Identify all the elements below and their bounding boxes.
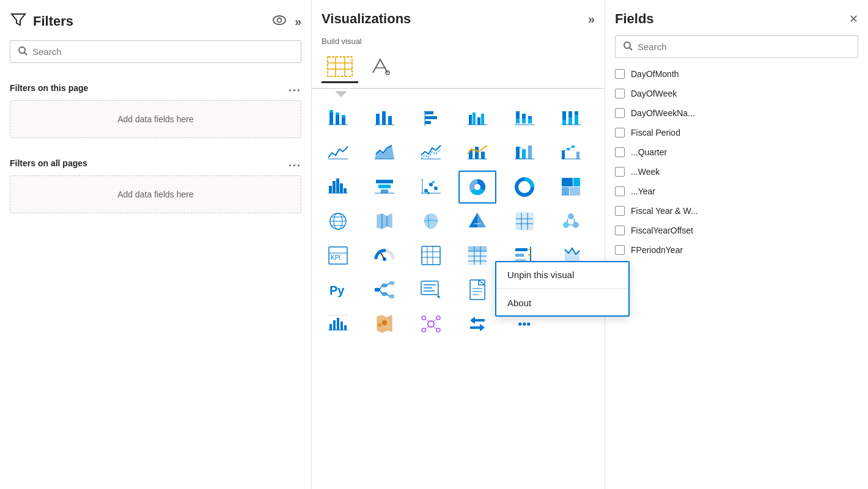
field-item[interactable]: ...Week [605, 162, 868, 182]
search-icon [18, 46, 28, 57]
viz-icon-donut[interactable] [506, 171, 543, 204]
viz-icon-horizontal-bar[interactable] [412, 102, 450, 135]
field-checkbox[interactable] [615, 206, 625, 216]
field-checkbox[interactable] [615, 226, 625, 235]
svg-rect-12 [329, 110, 333, 112]
viz-icon-waterfall[interactable] [552, 136, 590, 169]
viz-icon-map[interactable] [319, 205, 357, 238]
filters-search-box[interactable] [10, 40, 301, 63]
viz-icon-pie-chart[interactable] [458, 171, 496, 204]
field-item[interactable]: FiscalYearOffset [605, 221, 868, 240]
fields-search-box[interactable] [615, 35, 858, 58]
filters-header-icons: » [273, 15, 301, 29]
viz-icon-placeholder-row4-5[interactable] [506, 205, 543, 238]
field-item[interactable]: Fiscal Year & W... [605, 201, 868, 221]
field-checkbox[interactable] [615, 128, 625, 138]
filters-on-all-pages-add-label: Add data fields here [117, 189, 194, 199]
field-item[interactable]: DayOfWeek [605, 84, 868, 103]
svg-rect-126 [375, 288, 380, 292]
viz-icon-double-arrow[interactable] [458, 307, 496, 340]
viz-icon-azure-map[interactable] [458, 205, 496, 238]
field-name-label: DayOfWeekNa... [631, 108, 695, 118]
filter-icon [10, 11, 27, 32]
svg-rect-39 [562, 120, 566, 125]
filters-on-page-menu[interactable]: ... [289, 81, 301, 94]
viz-icon-matrix[interactable] [412, 239, 450, 272]
viz-icon-funnel[interactable] [366, 171, 403, 204]
viz-icon-azure-map-2[interactable] [366, 307, 403, 340]
viz-icon-scatter[interactable] [412, 171, 450, 204]
field-checkbox[interactable] [615, 186, 625, 196]
expand-icon[interactable]: » [295, 15, 301, 29]
viz-icon-line-area[interactable] [412, 136, 450, 169]
svg-rect-64 [329, 186, 332, 193]
viz-icon-bar-sparkline[interactable] [319, 307, 357, 340]
field-item[interactable]: Fiscal Period [605, 123, 868, 142]
viz-icon-combo-chart[interactable] [458, 136, 496, 169]
field-name-label: DayOfWeek [631, 89, 677, 98]
field-name-label: ...Week [631, 167, 660, 177]
viz-icon-gauge[interactable] [366, 239, 403, 272]
field-checkbox[interactable] [615, 167, 625, 177]
filters-search-input[interactable] [32, 46, 293, 57]
field-name-label: ...Quarter [631, 147, 667, 157]
svg-line-133 [387, 283, 389, 285]
field-item[interactable]: DayOfMonth [605, 64, 868, 84]
viz-icon-100-stacked-bar[interactable] [552, 102, 590, 135]
field-checkbox[interactable] [615, 245, 625, 255]
viz-icon-ribbon-chart[interactable] [506, 136, 543, 169]
viz-icon-network[interactable] [412, 307, 450, 340]
viz-header: Visualizations » [312, 0, 605, 33]
filters-on-all-pages-menu[interactable]: ... [289, 156, 301, 169]
viz-icon-python[interactable]: Py [319, 273, 357, 306]
svg-rect-119 [515, 254, 524, 257]
svg-point-158 [436, 328, 440, 332]
svg-point-153 [378, 323, 381, 327]
svg-rect-36 [528, 119, 532, 123]
filters-on-all-pages-dropzone[interactable]: Add data fields here [10, 175, 301, 213]
filters-title: Filters [33, 13, 267, 29]
viz-expand-icon[interactable]: » [588, 12, 595, 26]
context-menu-about[interactable]: About [496, 290, 628, 315]
fields-close-icon[interactable]: ✕ [849, 12, 858, 26]
field-item[interactable]: DayOfWeekNa... [605, 103, 868, 123]
tab-format-visual[interactable] [363, 52, 397, 83]
viz-icon-table[interactable] [458, 239, 496, 272]
field-item[interactable]: FPeriodnYear [605, 240, 868, 260]
svg-rect-127 [382, 284, 387, 287]
viz-icon-filled-map[interactable] [366, 205, 403, 238]
field-item[interactable]: ...Year [605, 182, 868, 201]
viz-icon-shape-map[interactable] [412, 205, 450, 238]
svg-point-76 [434, 186, 438, 190]
context-menu-divider [496, 289, 628, 289]
viz-icon-stacked-bar[interactable] [319, 102, 357, 135]
context-menu-unpin[interactable]: Unpin this visual [496, 262, 628, 287]
viz-icon-area-chart[interactable] [366, 136, 403, 169]
svg-rect-16 [342, 115, 345, 117]
field-checkbox[interactable] [615, 147, 625, 157]
svg-point-154 [428, 321, 434, 327]
filters-on-all-pages-label: Filters on all pages [10, 158, 87, 168]
tab-build-visual[interactable] [322, 52, 358, 83]
viz-icon-paginated-report[interactable] [458, 273, 496, 306]
viz-icon-kpi[interactable]: KPI [319, 239, 357, 272]
fields-search-input[interactable] [638, 42, 850, 52]
viz-icon-bar-chart[interactable] [366, 102, 403, 135]
viz-icon-smart-narrative[interactable] [412, 273, 450, 306]
viz-icon-placeholder-row4-6[interactable] [552, 205, 590, 238]
field-checkbox[interactable] [615, 69, 625, 79]
field-checkbox[interactable] [615, 89, 625, 98]
viz-icon-decomp-tree[interactable] [366, 273, 403, 306]
viz-icon-column-chart-2[interactable] [458, 102, 496, 135]
field-item[interactable]: ...Quarter [605, 142, 868, 162]
viz-icon-treemap[interactable] [552, 171, 590, 204]
filters-on-page-dropzone[interactable]: Add data fields here [10, 100, 301, 138]
svg-line-131 [380, 285, 382, 290]
eye-icon[interactable] [273, 15, 286, 28]
viz-icon-histogram[interactable] [319, 171, 357, 204]
svg-rect-130 [389, 295, 394, 298]
field-checkbox[interactable] [615, 108, 625, 118]
svg-rect-118 [515, 248, 528, 251]
viz-icon-line-chart[interactable] [319, 136, 357, 169]
viz-icon-stacked-bar-2[interactable] [506, 102, 543, 135]
